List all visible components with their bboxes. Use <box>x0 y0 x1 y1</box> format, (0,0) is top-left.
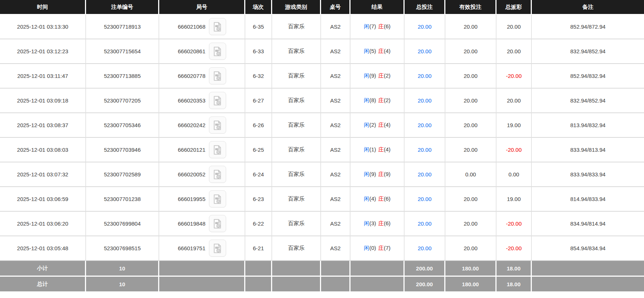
cell-game_type: 百家乐 <box>272 187 321 212</box>
cell-valid_bet: 20.00 <box>445 113 497 138</box>
table-row: 2025-12-01 03:13:30523007718913666021068… <box>0 15 644 39</box>
cell-total_payout: 19.00 <box>497 113 532 138</box>
grand-total-cell-bet_id: 10 <box>86 277 159 292</box>
cell-result: 闲(9)庄(9) <box>351 162 405 187</box>
video-replay-button[interactable] <box>209 141 226 158</box>
round-number: 666020242 <box>178 122 205 128</box>
cell-session: 6-33 <box>245 39 272 64</box>
video-replay-button[interactable] <box>209 67 226 85</box>
bet_id-value: 523007699804 <box>104 220 140 227</box>
cell-result: 闲(8)庄(2) <box>351 89 405 113</box>
round-cell-content: 666020353 <box>178 92 226 109</box>
session-value: 6-24 <box>253 171 264 177</box>
subtotal-cell-time: 小计 <box>0 261 86 277</box>
total_bet-value: 20.00 <box>418 73 432 79</box>
cell-total_payout: -20.00 <box>497 64 532 89</box>
session-value: 6-33 <box>253 48 264 54</box>
cell-total_payout: 20.00 <box>497 89 532 113</box>
cell-time: 2025-12-01 03:07:32 <box>0 162 86 187</box>
valid_bet-value: 20.00 <box>464 220 478 227</box>
time-value: 2025-12-01 03:08:37 <box>17 122 68 128</box>
result-player-score: (3) <box>369 220 376 226</box>
video-replay-button[interactable] <box>209 43 226 60</box>
subtotal-cell-result <box>351 261 405 277</box>
result-banker-label: 庄 <box>378 97 384 103</box>
valid_bet-value: 20.00 <box>464 73 478 79</box>
session-value: 6-23 <box>253 196 264 202</box>
table-row: 2025-12-01 03:09:18523007707205666020353… <box>0 89 644 113</box>
cell-round: 666021068 <box>159 15 245 39</box>
header-cell-time: 时间 <box>0 0 86 15</box>
bet_id-value: 523007698515 <box>104 245 140 251</box>
cell-table_no: AS2 <box>321 162 351 187</box>
video-replay-icon <box>212 218 223 229</box>
cell-total_payout: 20.00 <box>497 15 532 39</box>
video-replay-button[interactable] <box>209 18 226 35</box>
bet-records-table: 时间注单编号局号场次游戏类别桌号结果总投注有效投注总派彩备注 2025-12-0… <box>0 0 644 292</box>
table-row: 2025-12-01 03:07:32523007702589666020052… <box>0 162 644 187</box>
cell-table_no: AS2 <box>321 113 351 138</box>
grand-total-row: 总计10200.00180.0018.00 <box>0 277 644 292</box>
time-value: 2025-12-01 03:06:20 <box>17 220 68 227</box>
total_payout-value: 20.00 <box>507 48 521 54</box>
round-number: 666021068 <box>178 24 205 30</box>
result-banker-label: 庄 <box>378 171 384 177</box>
round-cell-content: 666020861 <box>178 43 226 60</box>
session-value: 6-22 <box>253 220 264 227</box>
header-cell-table_no: 桌号 <box>321 0 351 15</box>
remark-value: 833.94/813.94 <box>570 147 606 153</box>
grand-total-cell-game_type <box>272 277 321 292</box>
cell-valid_bet: 20.00 <box>445 236 497 261</box>
subtotal-cell-game_type <box>272 261 321 277</box>
cell-remark: 852.94/872.94 <box>532 15 644 39</box>
round-cell-content: 666020121 <box>178 141 226 158</box>
result-player-score: (4) <box>369 195 376 202</box>
header-cell-total_payout: 总派彩 <box>497 0 532 15</box>
table-row: 2025-12-01 03:08:37523007705346666020242… <box>0 113 644 138</box>
table_no-value: AS2 <box>330 171 341 177</box>
cell-round: 666019848 <box>159 212 245 236</box>
table_no-value: AS2 <box>330 245 341 251</box>
bet_id-value: 523007701238 <box>104 196 140 202</box>
table_no-value: AS2 <box>330 97 341 104</box>
cell-remark: 833.94/813.94 <box>532 138 644 162</box>
video-replay-button[interactable] <box>209 240 226 257</box>
time-value: 2025-12-01 03:11:47 <box>17 73 68 79</box>
video-replay-button[interactable] <box>209 92 226 109</box>
round-cell-content: 666019955 <box>178 190 226 208</box>
round-number: 666020778 <box>178 73 205 79</box>
cell-total_payout: 19.00 <box>497 187 532 212</box>
cell-valid_bet: 20.00 <box>445 15 497 39</box>
total_payout-value: 20.00 <box>507 97 521 104</box>
cell-bet_id: 523007713885 <box>86 64 159 89</box>
grand-total-cell-total_payout: 18.00 <box>497 277 532 292</box>
cell-game_type: 百家乐 <box>272 212 321 236</box>
table_no-value: AS2 <box>330 147 341 153</box>
cell-result: 闲(0)庄(7) <box>351 236 405 261</box>
time-value: 2025-12-01 03:07:32 <box>17 171 68 177</box>
video-replay-button[interactable] <box>209 166 226 183</box>
cell-time: 2025-12-01 03:05:48 <box>0 236 86 261</box>
cell-remark: 833.94/833.94 <box>532 162 644 187</box>
total_bet-value: 20.00 <box>418 24 432 30</box>
subtotal-row: 小计10200.00180.0018.00 <box>0 261 644 277</box>
session-value: 6-25 <box>253 147 264 153</box>
header-cell-session: 场次 <box>245 0 272 15</box>
result-banker-label: 庄 <box>378 220 384 226</box>
video-replay-button[interactable] <box>209 215 226 232</box>
grand-total-cell-result <box>351 277 405 292</box>
cell-game_type: 百家乐 <box>272 15 321 39</box>
cell-table_no: AS2 <box>321 212 351 236</box>
cell-time: 2025-12-01 03:12:23 <box>0 39 86 64</box>
cell-result: 闲(7)庄(6) <box>351 15 405 39</box>
cell-session: 6-23 <box>245 187 272 212</box>
video-replay-button[interactable] <box>209 116 226 134</box>
valid_bet-value: 20.00 <box>464 245 478 251</box>
result-banker-score: (4) <box>384 146 391 152</box>
video-replay-button[interactable] <box>209 190 226 208</box>
cell-valid_bet: 20.00 <box>445 138 497 162</box>
header-cell-game_type: 游戏类别 <box>272 0 321 15</box>
cell-total_bet: 20.00 <box>405 89 445 113</box>
cell-remark: 814.94/833.94 <box>532 187 644 212</box>
video-replay-icon <box>212 71 223 82</box>
